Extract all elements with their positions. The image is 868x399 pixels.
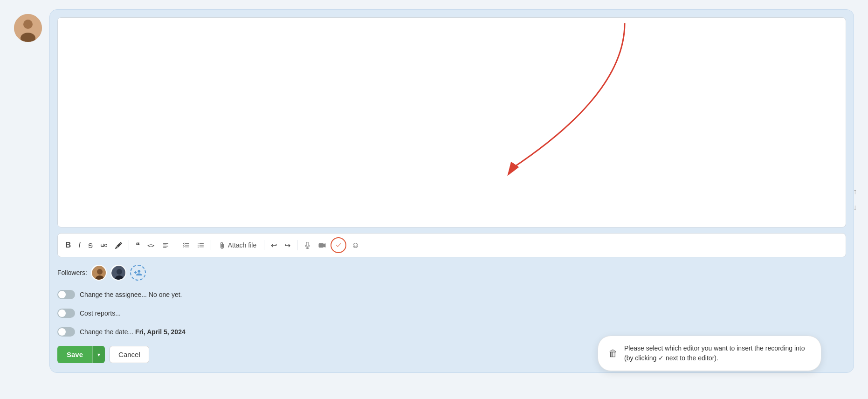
divider-5: [297, 240, 297, 250]
attach-file-button[interactable]: Attach file: [215, 239, 260, 251]
text-editor[interactable]: [57, 17, 846, 227]
scrollbar: ↑ ↓: [851, 181, 859, 218]
notification-text: Please select which editor you want to i…: [624, 344, 811, 363]
cost-reports-toggle[interactable]: [57, 309, 75, 318]
numbered-list-button[interactable]: [194, 240, 207, 251]
scroll-up-button[interactable]: ↑: [851, 186, 859, 198]
svg-point-7: [117, 269, 122, 275]
svg-point-1: [23, 20, 33, 29]
avatar: [14, 14, 42, 42]
divider-2: [176, 240, 176, 250]
divider-4: [264, 240, 264, 250]
blockquote-button[interactable]: ❝: [133, 238, 143, 253]
cost-reports-label: Cost reports...: [80, 310, 121, 317]
main-panel: B I S ❝ <>: [49, 9, 854, 373]
bullet-list-button[interactable]: [180, 240, 193, 251]
link-button[interactable]: [97, 239, 110, 251]
align-button[interactable]: [159, 240, 172, 251]
save-dropdown-button[interactable]: ▾: [92, 346, 105, 363]
user-avatar-container: [14, 14, 42, 42]
add-follower-button[interactable]: [130, 265, 146, 281]
bold-button[interactable]: B: [62, 238, 74, 252]
notification-box: 🗑 Please select which editor you want to…: [598, 336, 821, 371]
save-button[interactable]: Save: [57, 346, 92, 363]
code-button[interactable]: <>: [145, 240, 158, 251]
followers-label: Followers:: [57, 269, 87, 276]
trash-icon: 🗑: [608, 348, 618, 359]
undo-button[interactable]: ↩: [268, 239, 280, 252]
scroll-down-button[interactable]: ↓: [851, 201, 859, 213]
divider-1: [129, 240, 129, 250]
follower-avatar-1: [91, 265, 107, 281]
follower-avatar-2: [110, 265, 126, 281]
toggle-row-2: Cost reports...: [57, 307, 846, 320]
insert-recording-button[interactable]: [331, 237, 346, 253]
italic-button[interactable]: I: [76, 238, 83, 252]
emoji-button[interactable]: ☺: [348, 238, 362, 253]
video-button[interactable]: [316, 240, 329, 251]
redo-button[interactable]: ↪: [282, 239, 293, 252]
divider-3: [211, 240, 211, 250]
date-toggle[interactable]: [57, 327, 75, 337]
date-label: Change the date... Fri, April 5, 2024: [80, 328, 186, 336]
toggle-row-1: Change the assignee... No one yet.: [57, 288, 846, 301]
assignee-toggle[interactable]: [57, 290, 75, 299]
save-button-group: Save ▾: [57, 346, 105, 363]
followers-row: Followers:: [57, 263, 846, 282]
cancel-button[interactable]: Cancel: [110, 346, 149, 363]
assignee-label: Change the assignee... No one yet.: [80, 291, 182, 298]
microphone-button[interactable]: [301, 240, 314, 251]
pen-button[interactable]: [112, 240, 125, 251]
editor-toolbar: B I S ❝ <>: [57, 233, 846, 257]
strikethrough-button[interactable]: S: [85, 239, 96, 252]
svg-point-4: [97, 269, 103, 275]
